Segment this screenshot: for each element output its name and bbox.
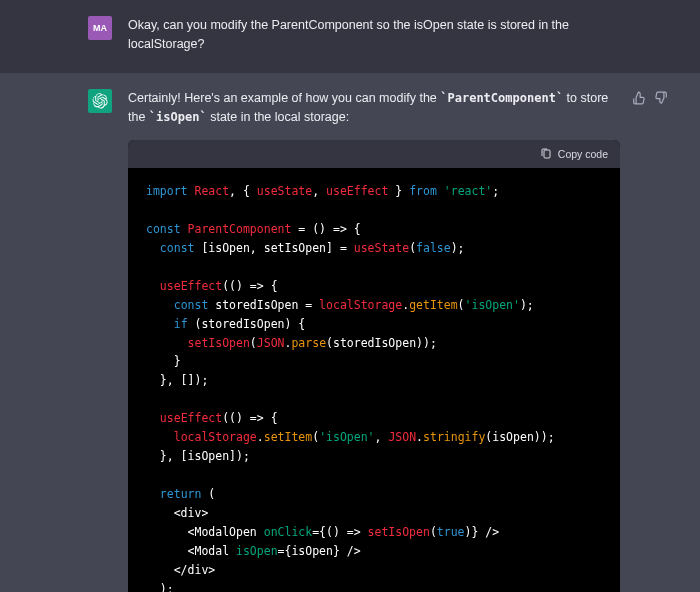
thumbs-up-icon[interactable]	[632, 91, 646, 111]
inline-code: ParentComponent	[440, 91, 563, 105]
openai-logo-icon	[92, 93, 108, 109]
clipboard-icon	[540, 148, 552, 160]
thumbs-down-icon[interactable]	[654, 91, 668, 111]
assistant-message-row: Certainly! Here's an example of how you …	[0, 73, 700, 592]
user-avatar-initials: MA	[93, 23, 107, 33]
assistant-intro-text: Certainly! Here's an example of how you …	[128, 89, 620, 128]
user-message-text: Okay, can you modify the ParentComponent…	[128, 16, 620, 55]
assistant-avatar	[88, 89, 112, 113]
assistant-message: Certainly! Here's an example of how you …	[128, 89, 620, 592]
inline-code: isOpen	[149, 110, 207, 124]
user-avatar: MA	[88, 16, 112, 40]
code-content: import React, { useState, useEffect } fr…	[128, 168, 620, 592]
user-message-row: MA Okay, can you modify the ParentCompon…	[0, 0, 700, 73]
copy-code-button[interactable]: Copy code	[540, 146, 608, 162]
code-header: Copy code	[128, 140, 620, 168]
user-message: Okay, can you modify the ParentComponent…	[128, 16, 620, 57]
copy-code-label: Copy code	[558, 146, 608, 162]
code-block: Copy code import React, { useState, useE…	[128, 140, 620, 593]
feedback-buttons	[632, 91, 668, 111]
svg-rect-0	[544, 150, 550, 158]
text-segment: Certainly! Here's an example of how you …	[128, 91, 440, 105]
text-segment: state in the local storage:	[207, 110, 349, 124]
